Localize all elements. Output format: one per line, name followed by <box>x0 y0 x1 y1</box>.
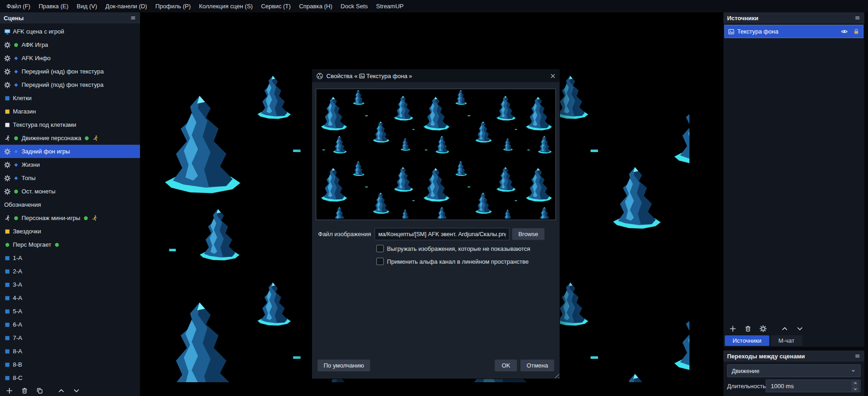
chevron-down-button[interactable] <box>795 324 804 333</box>
scene-item[interactable]: Передний (под) фон текстура <box>0 78 140 91</box>
gear-button[interactable] <box>758 324 767 333</box>
scene-item[interactable]: 1-A <box>0 251 140 265</box>
blue-square-icon <box>4 348 11 355</box>
dock-menu-icon[interactable] <box>854 353 861 359</box>
scene-item[interactable]: Персонаж мини-игры <box>0 211 140 225</box>
scenes-dock-header: Сцены <box>0 12 140 23</box>
resize-grip[interactable] <box>554 373 559 378</box>
menu-item[interactable]: Док-панели (D) <box>101 0 151 12</box>
scene-item[interactable]: Текстура под клетками <box>0 118 140 131</box>
chevron-down-button[interactable] <box>72 386 81 395</box>
ok-button[interactable]: OK <box>494 359 517 372</box>
browse-button[interactable]: Browse <box>512 228 544 240</box>
tab-Источники[interactable]: Источники <box>725 335 769 346</box>
menu-item[interactable]: Справка (H) <box>295 0 336 12</box>
dock-menu-icon[interactable] <box>854 15 861 21</box>
duration-value: 1000 ms <box>771 383 794 390</box>
scene-label: Задний фон игры <box>22 148 70 155</box>
spin-up-button[interactable] <box>851 381 859 386</box>
scene-item[interactable]: Движение персонажа <box>0 131 140 145</box>
scene-item[interactable]: Звездочки <box>0 225 140 238</box>
scene-item[interactable]: 8-B <box>0 358 140 371</box>
dock-menu-icon[interactable] <box>130 15 136 21</box>
source-item[interactable]: Текстура фона <box>724 25 863 38</box>
duration-input[interactable]: 1000 ms <box>766 379 861 392</box>
linear-alpha-checkbox-label[interactable]: Применить альфа канал в линейном простра… <box>387 258 529 265</box>
gear-icon <box>4 162 11 168</box>
scene-item[interactable]: 4-A <box>0 291 140 305</box>
transitions-dock-header: Переходы между сценами <box>723 351 864 362</box>
trash-button[interactable] <box>743 324 752 333</box>
lock-icon[interactable] <box>853 28 860 35</box>
scenes-dock-title: Сцены <box>4 15 24 22</box>
menu-item[interactable]: Правка (E) <box>34 0 73 12</box>
scene-label: Клетки <box>13 95 32 102</box>
blue-diamond-icon <box>13 175 19 181</box>
scene-item[interactable]: Передний (над) фон текстура <box>0 65 140 78</box>
scene-item[interactable]: 6-A <box>0 318 140 331</box>
scene-label: Персонаж мини-игры <box>22 215 80 221</box>
scene-item[interactable]: 2-A <box>0 265 140 278</box>
green-circle-icon <box>13 215 19 221</box>
scene-label: 8-C <box>13 374 22 381</box>
dialog-title-source: Текстура фона <box>366 73 408 79</box>
scene-label: Передний (над) фон текстура <box>22 68 104 75</box>
scene-label: Движение персонажа <box>22 135 81 141</box>
scene-item[interactable]: Топы <box>0 171 140 185</box>
scene-label: AFK Инфо <box>22 55 50 62</box>
blue-square-icon <box>4 282 11 288</box>
menu-item[interactable]: Профиль (P) <box>151 0 195 12</box>
transition-select[interactable]: Движение <box>727 364 861 377</box>
scene-label: Обозначения <box>4 201 41 208</box>
scene-item[interactable]: AFK сцена с игрой <box>0 25 140 38</box>
duration-row: Длительность 1000 ms <box>727 379 861 392</box>
linear-alpha-checkbox[interactable] <box>376 258 384 265</box>
plus-button[interactable] <box>728 324 737 333</box>
chevron-up-button[interactable] <box>780 324 789 333</box>
scene-item[interactable]: 7-A <box>0 331 140 345</box>
eye-icon[interactable] <box>841 28 848 35</box>
unload-checkbox[interactable] <box>376 245 384 252</box>
plus-button[interactable] <box>5 386 14 395</box>
gear-icon <box>4 82 11 88</box>
scene-label: 5-A <box>13 308 22 315</box>
green-circle-icon <box>4 242 11 248</box>
transition-selected-value: Движение <box>732 368 760 374</box>
scene-item[interactable]: Обозначения <box>0 198 140 211</box>
scene-item[interactable]: Ост. монеты <box>0 185 140 198</box>
menu-item[interactable]: Вид (V) <box>73 0 101 12</box>
tab-М-чат[interactable]: М-чат <box>771 335 802 346</box>
close-icon[interactable] <box>548 71 558 81</box>
monitor-icon <box>4 28 11 35</box>
green-circle-icon <box>13 42 19 48</box>
scene-item[interactable]: АФК Игра <box>0 38 140 51</box>
scene-item[interactable]: Жизни <box>0 158 140 171</box>
cancel-button[interactable]: Отмена <box>520 359 554 372</box>
image-file-input[interactable] <box>375 228 510 240</box>
menu-item[interactable]: Dock Sets <box>336 0 372 12</box>
sources-dock-title: Источники <box>727 15 758 22</box>
scene-item[interactable]: Задний фон игры <box>0 145 140 158</box>
scene-item[interactable]: 3-A <box>0 278 140 291</box>
scene-item[interactable]: Перс Моргает <box>0 238 140 251</box>
menu-item[interactable]: Коллекция сцен (S) <box>195 0 257 12</box>
scene-item[interactable]: AFK Инфо <box>0 51 140 65</box>
scene-item[interactable]: 8-C <box>0 371 140 385</box>
blue-diamond-icon <box>13 55 19 62</box>
menu-item[interactable]: Сервис (T) <box>257 0 295 12</box>
copy-button[interactable] <box>35 386 44 395</box>
chevron-up-button[interactable] <box>56 386 66 395</box>
runner-yellow-icon <box>91 215 98 221</box>
scene-item[interactable]: Магазин <box>0 105 140 118</box>
defaults-button[interactable]: По умолчанию <box>317 359 370 372</box>
menu-item[interactable]: Файл (F) <box>2 0 34 12</box>
scene-item[interactable]: 5-A <box>0 305 140 318</box>
dialog-titlebar[interactable]: Свойства « Текстура фона » <box>312 69 560 82</box>
unload-checkbox-label[interactable]: Выгружать изображения, которые не показы… <box>387 245 530 252</box>
scene-item[interactable]: Клетки <box>0 91 140 105</box>
spin-down-button[interactable] <box>851 386 859 391</box>
menu-item[interactable]: StreamUP <box>372 0 408 12</box>
trash-button[interactable] <box>20 386 29 395</box>
scene-item[interactable]: 8-A <box>0 345 140 358</box>
blue-square-icon <box>4 335 11 341</box>
